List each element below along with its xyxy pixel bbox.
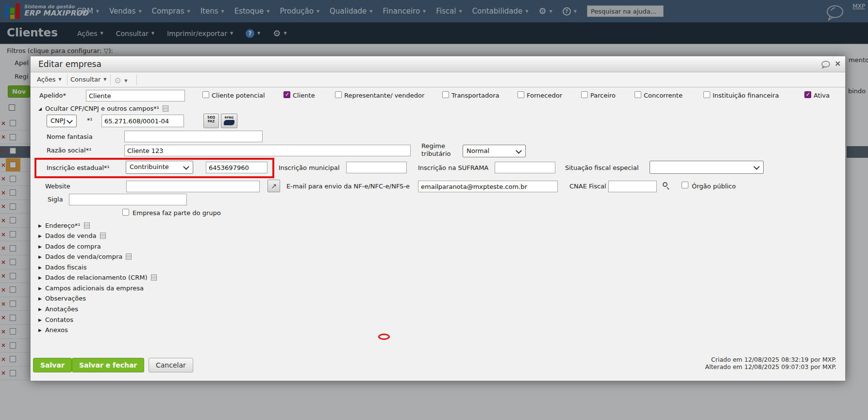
orgao-publico-label: Órgão público <box>692 183 736 190</box>
note-icon[interactable] <box>100 233 106 239</box>
suframa-input[interactable] <box>495 162 555 173</box>
dialog-titlebar: Editar empresa × <box>31 56 845 72</box>
section-campos-adicionais[interactable]: ▶Campos adicionais da empresa <box>38 285 144 292</box>
cancel-button[interactable]: Cancelar <box>149 358 193 372</box>
dialog-settings-menu[interactable]: ⚙▼ <box>114 76 127 85</box>
audit-info: Criado em 12/08/2025 08:32:19 por MXP. A… <box>705 356 836 370</box>
suframa-label: Inscrição na SUFRAMA <box>418 164 488 171</box>
transportadora-checkbox[interactable] <box>442 91 449 98</box>
chevron-down-icon: ▼ <box>124 79 127 83</box>
collapse-triangle-icon: ▶ <box>38 244 42 249</box>
dialog-menu-consultar[interactable]: Consultar▼ <box>70 76 106 83</box>
close-icon[interactable]: × <box>835 59 841 68</box>
section-dados-compra[interactable]: ▶Dados de compra <box>38 243 101 250</box>
section-cpf-cnpj[interactable]: ◢ Ocultar CPF/CNPJ e outros campos*¹ <box>38 105 168 112</box>
collapse-triangle-icon: ▶ <box>38 223 42 228</box>
section-observacoes[interactable]: ▶Observações <box>38 295 86 302</box>
collapse-triangle-icon: ▶ <box>38 234 42 238</box>
created-timestamp: Criado em 12/08/2025 08:32:19 por MXP. <box>705 356 836 363</box>
situacao-fiscal-label: Situação fiscal especial <box>565 164 639 171</box>
doc-type-select[interactable]: CNPJ <box>47 115 77 127</box>
representante-checkbox[interactable] <box>335 91 342 98</box>
nome-fantasia-input[interactable] <box>124 131 263 142</box>
note-icon[interactable] <box>126 253 132 260</box>
cliente-potencial-checkbox[interactable] <box>202 91 209 98</box>
expand-triangle-icon: ◢ <box>38 106 42 111</box>
section-endereco[interactable]: ▶Endereço*¹ <box>38 222 90 229</box>
fornecedor-label: Fornecedor <box>527 92 562 99</box>
dialog-title: Editar empresa <box>38 59 101 69</box>
concorrente-checkbox[interactable] <box>634 91 641 98</box>
parceiro-checkbox[interactable] <box>581 91 588 98</box>
representante-label: Representante/ vendedor <box>344 92 424 99</box>
transportadora-label: Transportadora <box>451 92 499 99</box>
sigla-label: Sigla <box>48 196 63 203</box>
cnae-input[interactable] <box>608 181 657 192</box>
save-and-close-button[interactable]: Salvar e fechar <box>72 358 144 372</box>
comment-icon[interactable] <box>821 61 831 70</box>
screen: Sistema de gestão ERP MAXIPROD CRM▼ Vend… <box>0 0 868 420</box>
ativa-checkbox[interactable] <box>804 91 811 98</box>
section-dados-venda-compra[interactable]: ▶Dados de venda/compra <box>38 253 132 260</box>
section-contatos[interactable]: ▶Contatos <box>38 316 73 323</box>
cnae-label: CNAE Fiscal <box>569 183 606 190</box>
inscricao-estadual-input[interactable] <box>206 162 267 173</box>
dialog-menu-acoes[interactable]: Ações▼ <box>37 76 62 83</box>
section-label: Ocultar CPF/CNPJ e outros campos*¹ <box>45 105 159 112</box>
collapse-triangle-icon: ▶ <box>38 307 42 312</box>
inscricao-municipal-input[interactable] <box>346 162 407 173</box>
cliente-potencial-label: Cliente potencial <box>212 92 265 99</box>
collapse-triangle-icon: ▶ <box>38 296 42 301</box>
sigla-input[interactable] <box>69 194 187 205</box>
section-crm[interactable]: ▶Dados de relacionamento (CRM) <box>38 274 157 281</box>
save-button[interactable]: Salvar <box>33 358 72 372</box>
section-dados-venda[interactable]: ▶Dados de venda <box>38 232 106 239</box>
inscricao-estadual-label: Inscrição estadual*¹ <box>47 164 110 171</box>
instituicao-financeira-checkbox[interactable] <box>703 91 710 98</box>
note-icon[interactable] <box>163 105 168 112</box>
note-icon[interactable] <box>151 274 157 281</box>
regime-tributario-select[interactable]: Normal <box>463 145 526 157</box>
section-anexos[interactable]: ▶Anexos <box>38 326 68 334</box>
cliente-label: Cliente <box>293 92 315 99</box>
external-link-icon[interactable]: ↗ <box>267 180 280 192</box>
concorrente-label: Concorrente <box>644 92 683 99</box>
required-mark: *¹ <box>87 117 93 124</box>
edit-company-dialog: Editar empresa × Ações▼ Consultar▼ ⚙▼ Ap… <box>30 56 846 381</box>
collapse-triangle-icon: ▶ <box>38 265 42 270</box>
website-input[interactable] <box>126 181 260 192</box>
ativa-label: Ativa <box>814 92 830 99</box>
email-nfe-input[interactable] <box>418 181 558 192</box>
collapse-triangle-icon: ▶ <box>38 318 42 322</box>
chevron-down-icon: ▼ <box>103 77 106 82</box>
grupo-checkbox[interactable] <box>122 209 129 216</box>
email-nfe-label: E-mail para envio da NF-e/NFC-e/NFS-e <box>286 183 410 190</box>
collapse-triangle-icon: ▶ <box>38 328 42 333</box>
apelido-label: Apelido* <box>39 92 66 99</box>
section-dados-fiscais[interactable]: ▶Dados fiscais <box>38 264 86 271</box>
parceiro-label: Parceiro <box>590 92 616 99</box>
collapse-triangle-icon: ▶ <box>38 286 42 291</box>
razao-social-input[interactable] <box>124 145 411 156</box>
regime-tributario-label: Regime tributário <box>421 142 455 158</box>
rfb-icon <box>224 120 234 125</box>
situacao-fiscal-select[interactable] <box>650 161 764 174</box>
note-icon[interactable] <box>84 222 90 229</box>
grupo-label: Empresa faz parte do grupo <box>133 209 221 217</box>
search-lens-icon[interactable] <box>663 182 668 187</box>
apelido-input[interactable] <box>86 90 185 101</box>
dialog-toolbar: Ações▼ Consultar▼ ⚙▼ <box>31 72 845 87</box>
fornecedor-checkbox[interactable] <box>517 91 524 98</box>
modified-timestamp: Alterado em 12/08/2025 09:07:03 por MXP. <box>705 363 836 370</box>
rfb-lookup-button[interactable]: RFBQ <box>221 114 237 128</box>
cnpj-input[interactable] <box>101 115 184 127</box>
cliente-checkbox[interactable] <box>284 91 290 98</box>
collapse-triangle-icon: ▶ <box>38 275 42 280</box>
inscricao-estadual-type-select[interactable]: Contribuinte <box>126 161 193 174</box>
nome-fantasia-label: Nome fantasia <box>47 133 93 140</box>
section-anotacoes[interactable]: ▶Anotações <box>38 305 78 313</box>
sefaz-lookup-button[interactable]: SEQFAZ <box>203 114 219 128</box>
instituicao-financeira-label: Instituição financeira <box>713 92 779 99</box>
orgao-publico-checkbox[interactable] <box>682 182 688 188</box>
website-label: Website <box>45 183 70 190</box>
